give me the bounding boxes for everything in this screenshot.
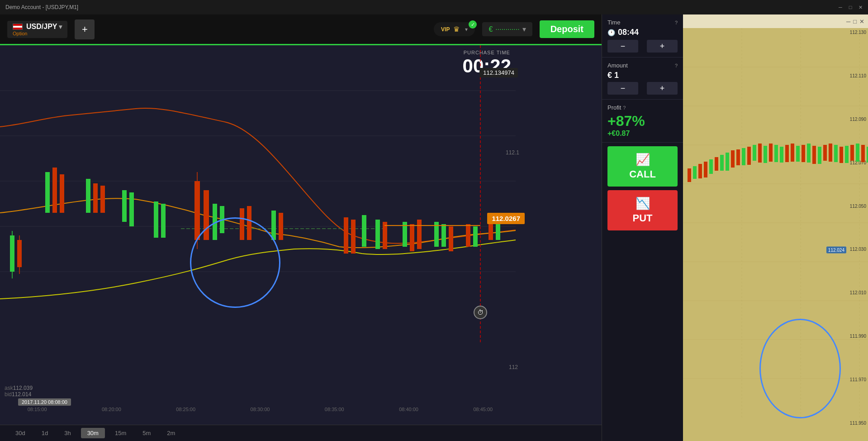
svg-rect-67	[709, 159, 713, 174]
currency-icon: €	[489, 25, 493, 34]
timeframe-bar: 30d 1d 3h 30m 15m 5m 2m	[0, 425, 602, 441]
balance-display[interactable]: € ············ ▾	[482, 22, 532, 36]
svg-rect-89	[829, 144, 832, 162]
svg-rect-22	[194, 181, 200, 240]
profit-amount: +€0.87	[607, 129, 678, 138]
chart-area: PURCHASE TIME 00:22	[0, 45, 602, 425]
svg-rect-14	[60, 174, 64, 213]
title-bar: Demo Account - [USDJPY,M1] ─ □ ✕	[0, 0, 868, 14]
amount-plus-btn[interactable]: +	[647, 82, 678, 95]
vip-badge[interactable]: VIP ♛ ▾ ✓	[434, 22, 475, 36]
svg-rect-86	[812, 146, 816, 164]
amount-section: Amount ? € 1 − +	[602, 58, 683, 100]
svg-rect-68	[715, 157, 718, 171]
right-control-panel: Time ? 🕐 08:44 − + Amount ? € 1 − +	[602, 14, 683, 441]
profit-label: Profit	[607, 104, 621, 111]
svg-rect-95	[861, 145, 865, 162]
asset-selector[interactable]: USD/JPY ▾ Option	[7, 21, 67, 38]
amount-info-icon[interactable]: ?	[675, 63, 678, 68]
svg-rect-17	[100, 186, 105, 213]
time-label-0835: 08:35:00	[325, 407, 344, 412]
svg-rect-41	[441, 224, 446, 247]
profit-info-icon[interactable]: ?	[623, 105, 626, 110]
mini-candlesticks	[683, 28, 868, 417]
time-section-label: Time	[607, 19, 620, 26]
svg-rect-87	[818, 147, 821, 164]
profit-section: Profit ? +87% +€0.87	[602, 100, 683, 143]
minimize-btn[interactable]: ─	[837, 4, 844, 10]
svg-rect-44	[473, 226, 478, 247]
time-info-icon[interactable]: ?	[675, 20, 678, 25]
tf-15m[interactable]: 15m	[109, 428, 133, 438]
put-icon: 📉	[636, 197, 650, 211]
svg-rect-31	[279, 213, 283, 240]
clock-icon: 🕐	[607, 29, 615, 36]
asset-name: USD/JPY ▾	[13, 23, 62, 31]
mini-chart-titlebar: ─ □ ✕	[683, 14, 868, 28]
time-label-0825: 08:25:00	[176, 407, 195, 412]
asset-type-label: Option	[13, 31, 62, 36]
svg-rect-81	[785, 145, 789, 162]
ask-value: 112.039	[13, 385, 33, 391]
svg-rect-93	[850, 145, 854, 161]
svg-rect-92	[845, 146, 849, 163]
time-label-0845: 08:45:00	[473, 407, 493, 412]
svg-rect-74	[747, 147, 751, 165]
add-instrument-btn[interactable]: +	[75, 19, 95, 39]
mini-maximize-btn[interactable]: □	[853, 18, 857, 25]
svg-rect-90	[834, 145, 838, 162]
time-section: Time ? 🕐 08:44 − +	[602, 14, 683, 58]
svg-rect-32	[344, 217, 348, 254]
time-controls: − +	[607, 40, 678, 53]
amount-section-label: Amount	[607, 62, 628, 69]
svg-rect-35	[375, 220, 380, 249]
put-button[interactable]: 📉 PUT	[607, 190, 678, 230]
deposit-button[interactable]: Deposit	[540, 20, 594, 38]
svg-rect-28	[240, 208, 244, 240]
current-price-marker: 112.0267	[487, 213, 525, 224]
mini-close-btn[interactable]: ✕	[859, 18, 864, 25]
verified-badge: ✓	[469, 20, 477, 29]
close-btn[interactable]: ✕	[857, 4, 863, 10]
put-label: PUT	[633, 212, 653, 224]
window-controls: ─ □ ✕	[837, 4, 863, 10]
ask-bid-display: ask112.039 bid112.014	[5, 385, 33, 398]
mini-minimize-btn[interactable]: ─	[846, 18, 850, 25]
tf-3h[interactable]: 3h	[58, 428, 77, 438]
svg-rect-84	[802, 145, 805, 162]
time-plus-btn[interactable]: +	[647, 40, 678, 53]
svg-rect-21	[161, 204, 166, 238]
svg-rect-80	[780, 147, 783, 163]
bid-label: bid112.014	[5, 391, 33, 398]
svg-rect-19	[129, 192, 134, 226]
mini-chart-panel: ─ □ ✕ 112.130 112.110 112.090 112.070 11…	[683, 14, 868, 441]
svg-rect-27	[220, 206, 224, 233]
svg-rect-25	[204, 190, 209, 240]
svg-rect-42	[449, 226, 453, 251]
svg-rect-71	[731, 150, 735, 168]
amount-minus-btn[interactable]: −	[607, 82, 638, 95]
call-button[interactable]: 📈 CALL	[607, 146, 678, 187]
flag-icon	[13, 24, 23, 30]
time-minus-btn[interactable]: −	[607, 40, 638, 53]
svg-rect-18	[122, 190, 127, 222]
window-title: Demo Account - [USDJPY,M1]	[5, 4, 78, 10]
svg-rect-38	[410, 224, 414, 251]
svg-rect-64	[693, 166, 697, 179]
svg-rect-75	[753, 145, 756, 161]
svg-rect-83	[796, 146, 800, 162]
tf-30m[interactable]: 30m	[81, 428, 105, 438]
time-axis: 08:15:00 08:20:00 08:25:00 08:30:00 08:3…	[0, 407, 520, 412]
tf-1d[interactable]: 1d	[35, 428, 54, 438]
svg-rect-33	[351, 220, 356, 254]
tf-30d[interactable]: 30d	[9, 428, 32, 438]
tf-2m[interactable]: 2m	[161, 428, 181, 438]
svg-rect-78	[769, 144, 773, 162]
vip-label: VIP	[441, 26, 450, 33]
call-icon: 📈	[636, 153, 650, 167]
maximize-btn[interactable]: □	[847, 4, 854, 10]
tf-5m[interactable]: 5m	[136, 428, 157, 438]
svg-rect-94	[856, 144, 859, 162]
svg-rect-77	[764, 146, 767, 163]
svg-rect-82	[791, 144, 794, 162]
